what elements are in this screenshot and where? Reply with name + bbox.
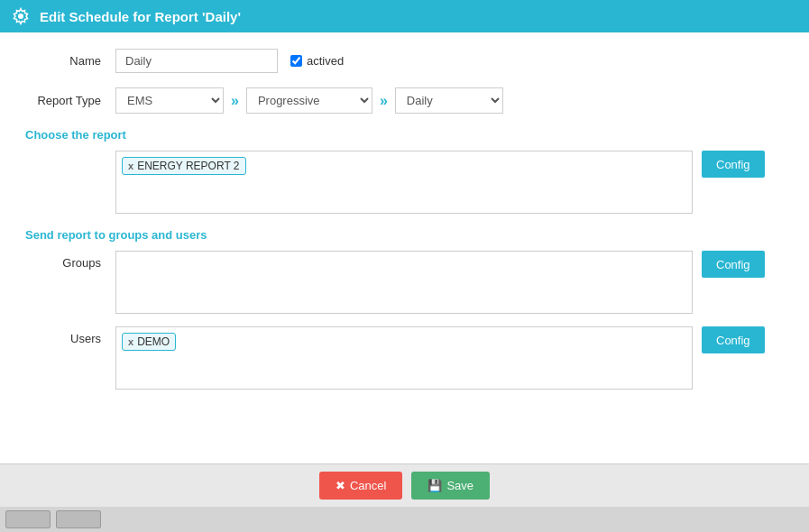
footer-bar: ✖ Cancel 💾 Save bbox=[0, 463, 809, 507]
save-label: Save bbox=[446, 479, 473, 492]
groups-row: Groups Config bbox=[25, 251, 784, 314]
cancel-label: Cancel bbox=[350, 479, 386, 492]
taskbar-btn-2[interactable] bbox=[56, 510, 101, 528]
choose-report-title: Choose the report bbox=[25, 128, 784, 142]
title-bar: Edit Schedule for Report 'Daily' bbox=[0, 0, 809, 32]
svg-point-0 bbox=[18, 14, 23, 19]
actived-area: actived bbox=[290, 54, 344, 68]
choose-report-row: x ENERGY REPORT 2 Config bbox=[25, 151, 784, 214]
arrow-icon-1: » bbox=[231, 93, 239, 109]
ems-select[interactable]: EMS BMS CMS bbox=[115, 87, 224, 114]
groups-tag-area bbox=[115, 251, 693, 314]
report-type-row: Report Type EMS BMS CMS » Progressive Cu… bbox=[25, 87, 784, 114]
choose-report-config-button[interactable]: Config bbox=[702, 151, 765, 178]
taskbar-btn-1[interactable] bbox=[5, 510, 51, 528]
report-type-label: Report Type bbox=[25, 94, 115, 107]
name-row: Name actived bbox=[25, 49, 784, 73]
report-tag-area: x ENERGY REPORT 2 bbox=[115, 151, 693, 214]
cancel-icon: ✖ bbox=[336, 479, 345, 492]
arrow-icon-2: » bbox=[380, 93, 388, 109]
users-tag-area: x DEMO bbox=[115, 326, 693, 390]
groups-label: Groups bbox=[25, 251, 115, 270]
users-row: Users x DEMO Config bbox=[25, 326, 784, 390]
demo-user-tag: x DEMO bbox=[122, 333, 176, 351]
users-config-button[interactable]: Config bbox=[702, 326, 765, 353]
energy-report-tag: x ENERGY REPORT 2 bbox=[122, 157, 246, 175]
energy-report-tag-label: ENERGY REPORT 2 bbox=[137, 160, 239, 172]
progressive-select[interactable]: Progressive Cumulative bbox=[246, 87, 372, 114]
page-title: Edit Schedule for Report 'Daily' bbox=[40, 9, 241, 24]
actived-label: actived bbox=[307, 54, 344, 68]
choose-report-section: Choose the report x ENERGY REPORT 2 Conf… bbox=[25, 128, 784, 214]
actived-checkbox[interactable] bbox=[290, 55, 302, 67]
main-content: Name actived Report Type EMS BMS CMS » P… bbox=[0, 32, 809, 463]
send-report-title: Send report to groups and users bbox=[25, 228, 784, 242]
gear-icon bbox=[11, 6, 31, 26]
name-input[interactable] bbox=[115, 49, 278, 73]
daily-select[interactable]: Daily Weekly Monthly bbox=[395, 87, 503, 114]
save-icon: 💾 bbox=[427, 479, 442, 492]
cancel-button[interactable]: ✖ Cancel bbox=[319, 472, 402, 500]
users-label: Users bbox=[25, 326, 115, 345]
name-label: Name bbox=[25, 54, 115, 68]
bottom-taskbar bbox=[0, 507, 809, 532]
groups-config-button[interactable]: Config bbox=[702, 251, 765, 278]
energy-report-tag-remove[interactable]: x bbox=[128, 161, 133, 171]
demo-user-tag-remove[interactable]: x bbox=[128, 336, 133, 347]
send-report-section: Send report to groups and users Groups C… bbox=[25, 228, 784, 390]
save-button[interactable]: 💾 Save bbox=[411, 472, 490, 500]
demo-user-tag-label: DEMO bbox=[137, 335, 170, 348]
